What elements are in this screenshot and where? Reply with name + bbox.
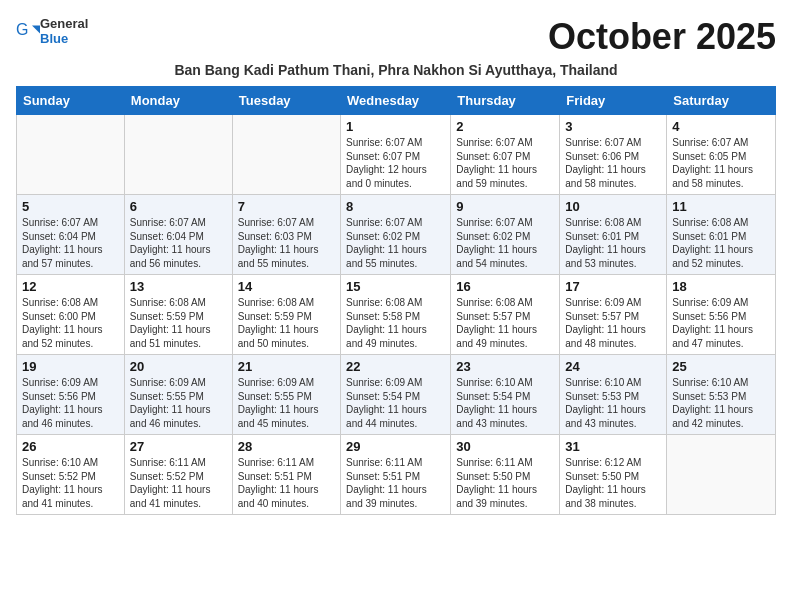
- calendar-cell: 23Sunrise: 6:10 AM Sunset: 5:54 PM Dayli…: [451, 355, 560, 435]
- logo-blue: Blue: [40, 31, 88, 46]
- day-number: 7: [238, 199, 335, 214]
- day-info: Sunrise: 6:09 AM Sunset: 5:56 PM Dayligh…: [672, 296, 770, 350]
- day-info: Sunrise: 6:09 AM Sunset: 5:56 PM Dayligh…: [22, 376, 119, 430]
- day-info: Sunrise: 6:11 AM Sunset: 5:51 PM Dayligh…: [346, 456, 445, 510]
- day-number: 12: [22, 279, 119, 294]
- day-info: Sunrise: 6:08 AM Sunset: 6:00 PM Dayligh…: [22, 296, 119, 350]
- day-info: Sunrise: 6:09 AM Sunset: 5:54 PM Dayligh…: [346, 376, 445, 430]
- day-number: 22: [346, 359, 445, 374]
- day-number: 9: [456, 199, 554, 214]
- day-info: Sunrise: 6:07 AM Sunset: 6:06 PM Dayligh…: [565, 136, 661, 190]
- day-number: 17: [565, 279, 661, 294]
- day-number: 1: [346, 119, 445, 134]
- calendar-cell: 18Sunrise: 6:09 AM Sunset: 5:56 PM Dayli…: [667, 275, 776, 355]
- day-number: 8: [346, 199, 445, 214]
- day-info: Sunrise: 6:07 AM Sunset: 6:05 PM Dayligh…: [672, 136, 770, 190]
- day-number: 28: [238, 439, 335, 454]
- calendar-cell: 29Sunrise: 6:11 AM Sunset: 5:51 PM Dayli…: [341, 435, 451, 515]
- calendar-cell: 26Sunrise: 6:10 AM Sunset: 5:52 PM Dayli…: [17, 435, 125, 515]
- calendar-cell: 14Sunrise: 6:08 AM Sunset: 5:59 PM Dayli…: [232, 275, 340, 355]
- day-info: Sunrise: 6:10 AM Sunset: 5:53 PM Dayligh…: [565, 376, 661, 430]
- calendar-cell: 20Sunrise: 6:09 AM Sunset: 5:55 PM Dayli…: [124, 355, 232, 435]
- calendar-cell: 5Sunrise: 6:07 AM Sunset: 6:04 PM Daylig…: [17, 195, 125, 275]
- location-title: Ban Bang Kadi Pathum Thani, Phra Nakhon …: [16, 62, 776, 78]
- calendar-cell: 7Sunrise: 6:07 AM Sunset: 6:03 PM Daylig…: [232, 195, 340, 275]
- day-info: Sunrise: 6:09 AM Sunset: 5:55 PM Dayligh…: [130, 376, 227, 430]
- day-number: 5: [22, 199, 119, 214]
- calendar-cell: 2Sunrise: 6:07 AM Sunset: 6:07 PM Daylig…: [451, 115, 560, 195]
- day-info: Sunrise: 6:09 AM Sunset: 5:57 PM Dayligh…: [565, 296, 661, 350]
- calendar-cell: [667, 435, 776, 515]
- day-number: 13: [130, 279, 227, 294]
- calendar-cell: 10Sunrise: 6:08 AM Sunset: 6:01 PM Dayli…: [560, 195, 667, 275]
- calendar-cell: 8Sunrise: 6:07 AM Sunset: 6:02 PM Daylig…: [341, 195, 451, 275]
- day-number: 26: [22, 439, 119, 454]
- day-number: 21: [238, 359, 335, 374]
- day-number: 27: [130, 439, 227, 454]
- day-number: 30: [456, 439, 554, 454]
- day-info: Sunrise: 6:08 AM Sunset: 6:01 PM Dayligh…: [672, 216, 770, 270]
- logo-general: General: [40, 16, 88, 31]
- day-number: 23: [456, 359, 554, 374]
- day-number: 6: [130, 199, 227, 214]
- day-info: Sunrise: 6:10 AM Sunset: 5:53 PM Dayligh…: [672, 376, 770, 430]
- day-info: Sunrise: 6:08 AM Sunset: 5:58 PM Dayligh…: [346, 296, 445, 350]
- calendar-cell: 31Sunrise: 6:12 AM Sunset: 5:50 PM Dayli…: [560, 435, 667, 515]
- weekday-header-sunday: Sunday: [17, 87, 125, 115]
- day-number: 18: [672, 279, 770, 294]
- day-info: Sunrise: 6:07 AM Sunset: 6:07 PM Dayligh…: [346, 136, 445, 190]
- calendar-cell: 28Sunrise: 6:11 AM Sunset: 5:51 PM Dayli…: [232, 435, 340, 515]
- calendar-table: SundayMondayTuesdayWednesdayThursdayFrid…: [16, 86, 776, 515]
- calendar-cell: 3Sunrise: 6:07 AM Sunset: 6:06 PM Daylig…: [560, 115, 667, 195]
- calendar-cell: 11Sunrise: 6:08 AM Sunset: 6:01 PM Dayli…: [667, 195, 776, 275]
- day-info: Sunrise: 6:12 AM Sunset: 5:50 PM Dayligh…: [565, 456, 661, 510]
- weekday-header-tuesday: Tuesday: [232, 87, 340, 115]
- day-info: Sunrise: 6:10 AM Sunset: 5:52 PM Dayligh…: [22, 456, 119, 510]
- svg-text:G: G: [16, 21, 28, 38]
- day-info: Sunrise: 6:07 AM Sunset: 6:02 PM Dayligh…: [456, 216, 554, 270]
- day-number: 2: [456, 119, 554, 134]
- weekday-header-saturday: Saturday: [667, 87, 776, 115]
- day-number: 31: [565, 439, 661, 454]
- day-number: 14: [238, 279, 335, 294]
- day-number: 25: [672, 359, 770, 374]
- calendar-cell: 25Sunrise: 6:10 AM Sunset: 5:53 PM Dayli…: [667, 355, 776, 435]
- day-number: 29: [346, 439, 445, 454]
- calendar-cell: 15Sunrise: 6:08 AM Sunset: 5:58 PM Dayli…: [341, 275, 451, 355]
- day-info: Sunrise: 6:08 AM Sunset: 5:59 PM Dayligh…: [238, 296, 335, 350]
- svg-marker-1: [32, 25, 40, 33]
- day-info: Sunrise: 6:08 AM Sunset: 6:01 PM Dayligh…: [565, 216, 661, 270]
- month-title: October 2025: [548, 16, 776, 58]
- calendar-cell: 21Sunrise: 6:09 AM Sunset: 5:55 PM Dayli…: [232, 355, 340, 435]
- day-number: 20: [130, 359, 227, 374]
- calendar-cell: 19Sunrise: 6:09 AM Sunset: 5:56 PM Dayli…: [17, 355, 125, 435]
- calendar-cell: 27Sunrise: 6:11 AM Sunset: 5:52 PM Dayli…: [124, 435, 232, 515]
- calendar-cell: [17, 115, 125, 195]
- weekday-header-monday: Monday: [124, 87, 232, 115]
- calendar-cell: 4Sunrise: 6:07 AM Sunset: 6:05 PM Daylig…: [667, 115, 776, 195]
- day-info: Sunrise: 6:08 AM Sunset: 5:59 PM Dayligh…: [130, 296, 227, 350]
- day-number: 4: [672, 119, 770, 134]
- weekday-header-wednesday: Wednesday: [341, 87, 451, 115]
- day-info: Sunrise: 6:11 AM Sunset: 5:52 PM Dayligh…: [130, 456, 227, 510]
- calendar-cell: 13Sunrise: 6:08 AM Sunset: 5:59 PM Dayli…: [124, 275, 232, 355]
- calendar-cell: [232, 115, 340, 195]
- calendar-cell: 16Sunrise: 6:08 AM Sunset: 5:57 PM Dayli…: [451, 275, 560, 355]
- calendar-cell: 24Sunrise: 6:10 AM Sunset: 5:53 PM Dayli…: [560, 355, 667, 435]
- day-info: Sunrise: 6:08 AM Sunset: 5:57 PM Dayligh…: [456, 296, 554, 350]
- day-number: 16: [456, 279, 554, 294]
- weekday-header-thursday: Thursday: [451, 87, 560, 115]
- day-info: Sunrise: 6:09 AM Sunset: 5:55 PM Dayligh…: [238, 376, 335, 430]
- logo-icon: G: [16, 19, 40, 43]
- calendar-cell: [124, 115, 232, 195]
- calendar-cell: 1Sunrise: 6:07 AM Sunset: 6:07 PM Daylig…: [341, 115, 451, 195]
- day-info: Sunrise: 6:10 AM Sunset: 5:54 PM Dayligh…: [456, 376, 554, 430]
- calendar-cell: 17Sunrise: 6:09 AM Sunset: 5:57 PM Dayli…: [560, 275, 667, 355]
- weekday-header-friday: Friday: [560, 87, 667, 115]
- day-number: 24: [565, 359, 661, 374]
- calendar-cell: 6Sunrise: 6:07 AM Sunset: 6:04 PM Daylig…: [124, 195, 232, 275]
- day-info: Sunrise: 6:07 AM Sunset: 6:04 PM Dayligh…: [130, 216, 227, 270]
- logo: G General Blue: [16, 16, 88, 46]
- calendar-cell: 12Sunrise: 6:08 AM Sunset: 6:00 PM Dayli…: [17, 275, 125, 355]
- day-number: 11: [672, 199, 770, 214]
